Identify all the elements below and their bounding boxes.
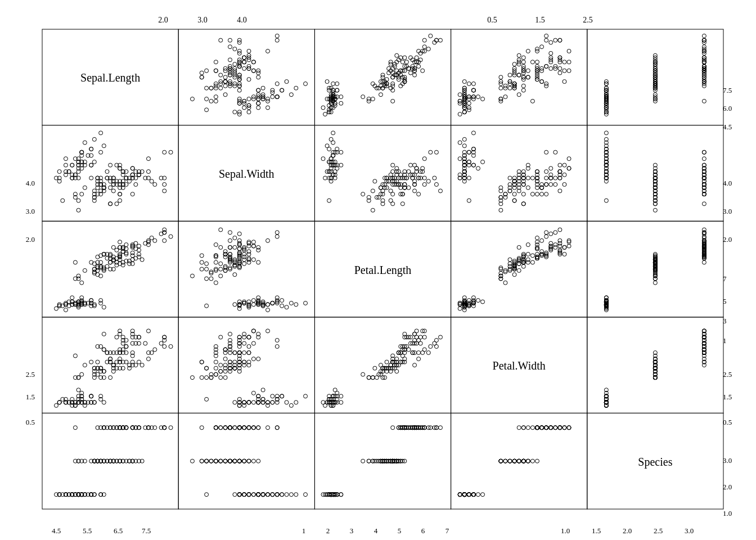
data-point: [251, 299, 255, 303]
data-point: [517, 268, 521, 272]
data-point: [261, 493, 265, 497]
data-point: [237, 426, 241, 430]
data-point: [391, 192, 395, 196]
data-point: [339, 101, 343, 105]
data-point: [214, 281, 218, 285]
data-point: [413, 73, 417, 77]
data-point: [251, 329, 255, 333]
data-point: [214, 360, 218, 364]
data-point: [76, 208, 80, 212]
data-point: [80, 281, 84, 285]
data-point: [567, 49, 571, 53]
data-point: [517, 73, 521, 77]
data-point: [462, 144, 466, 148]
data-point: [467, 150, 471, 154]
data-point: [339, 163, 343, 167]
data-point: [558, 426, 562, 430]
data-point: [275, 344, 279, 348]
data-point: [339, 150, 343, 154]
data-point: [256, 248, 260, 252]
data-point: [562, 245, 566, 249]
data-point: [421, 69, 425, 73]
data-point: [146, 243, 150, 247]
left-axis-label: 3.0: [26, 207, 35, 215]
data-point: [536, 60, 539, 64]
data-point: [521, 459, 525, 463]
data-point: [429, 344, 433, 348]
data-point: [80, 372, 84, 376]
data-point: [223, 376, 227, 380]
data-point: [544, 231, 548, 235]
diagonal-label-0: Sepal.Length: [80, 71, 140, 84]
bottom-axis-label: 2.5: [654, 526, 663, 535]
data-point: [526, 69, 530, 73]
data-point: [294, 493, 298, 497]
data-point: [137, 360, 141, 364]
data-point: [153, 238, 157, 242]
cell-1-2: [314, 125, 451, 222]
data-point: [219, 370, 223, 374]
data-point: [304, 394, 308, 398]
data-point: [223, 459, 227, 463]
data-point: [429, 34, 433, 38]
data-point: [271, 95, 274, 99]
data-point: [391, 163, 395, 167]
top-axis-label: 2.5: [583, 16, 593, 24]
data-point: [89, 360, 93, 364]
data-point: [331, 82, 335, 86]
data-point: [233, 110, 237, 114]
data-point: [266, 308, 270, 312]
right-axis-label: 3.0: [723, 207, 732, 215]
data-point: [54, 403, 58, 407]
data-point: [438, 335, 442, 339]
data-point: [137, 248, 141, 252]
data-point: [549, 182, 553, 186]
data-point: [467, 101, 471, 105]
data-point: [130, 258, 134, 262]
data-point: [361, 372, 365, 376]
data-point: [702, 202, 706, 206]
data-point: [530, 60, 534, 64]
data-point: [467, 82, 471, 86]
data-point: [339, 400, 343, 404]
data-point: [422, 38, 426, 42]
data-point: [567, 69, 571, 73]
data-point: [426, 351, 430, 355]
data-point: [467, 199, 471, 202]
data-point: [163, 238, 166, 242]
data-point: [499, 271, 503, 275]
data-point: [471, 296, 475, 300]
data-point: [271, 493, 274, 497]
data-point: [285, 493, 289, 497]
data-point: [266, 49, 270, 53]
data-point: [214, 69, 218, 73]
right-axis-label: 0.5: [723, 418, 732, 426]
data-point: [247, 250, 251, 254]
cell-2-1: [178, 221, 314, 317]
data-point: [223, 252, 227, 256]
data-point: [251, 244, 255, 248]
data-point: [434, 338, 438, 342]
data-point: [61, 199, 65, 202]
data-point: [499, 75, 503, 79]
data-point: [544, 235, 548, 238]
data-point: [521, 84, 525, 88]
bottom-axis-label: 3: [350, 526, 354, 535]
data-point: [508, 73, 512, 77]
data-point: [233, 303, 237, 307]
data-point: [325, 80, 329, 84]
data-point: [247, 351, 251, 355]
data-point: [335, 82, 339, 86]
data-point: [109, 163, 112, 167]
data-point: [438, 38, 442, 42]
data-point: [190, 459, 194, 463]
data-point: [562, 80, 566, 84]
data-point: [285, 80, 289, 84]
left-axis-label: 1.5: [26, 393, 35, 401]
data-point: [205, 108, 209, 112]
bottom-axis-label: 3.0: [685, 526, 694, 535]
data-point: [205, 304, 209, 308]
data-point: [242, 66, 246, 70]
data-point: [64, 308, 68, 312]
data-point: [458, 93, 462, 97]
